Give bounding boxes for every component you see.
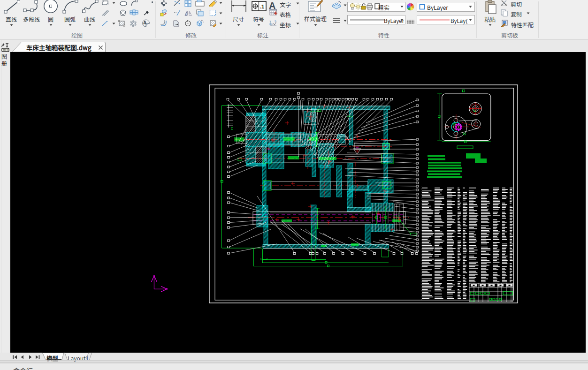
svg-text:A: A	[143, 20, 146, 25]
svg-text:.1: .1	[260, 4, 264, 9]
